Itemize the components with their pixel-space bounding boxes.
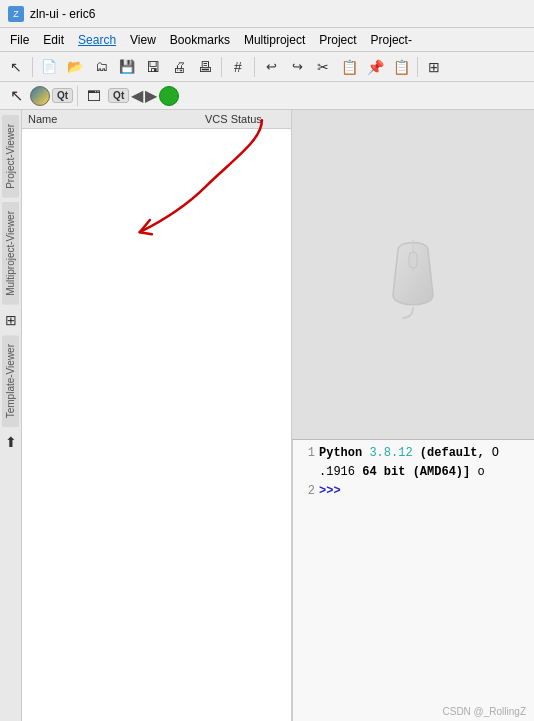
mouse-icon [378, 230, 448, 320]
menu-bar: File Edit Search View Bookmarks Multipro… [0, 28, 534, 52]
next-btn[interactable]: ▶ [145, 86, 157, 105]
left-sidebar: Project-Viewer Multiproject-Viewer ⊞ Tem… [0, 110, 22, 721]
svg-rect-1 [409, 252, 417, 268]
upload-btn[interactable]: ⬆ [0, 430, 23, 454]
menu-search[interactable]: Search [72, 31, 122, 49]
menu-file[interactable]: File [4, 31, 35, 49]
sidebar-tab-project-viewer[interactable]: Project-Viewer [2, 115, 19, 198]
copy-btn[interactable]: 📋 [337, 55, 361, 79]
terminal-text-1: Python 3.8.12 (default, O [319, 444, 528, 463]
secondary-toolbar: ↖ Qt 🗔 Qt ◀ ▶ [0, 82, 534, 110]
menu-project[interactable]: Project [313, 31, 362, 49]
main-layout: Project-Viewer Multiproject-Viewer ⊞ Tem… [0, 110, 534, 721]
grid-icon-left[interactable]: ⊞ [0, 308, 23, 332]
project-viewer-panel: Name VCS Status [22, 110, 292, 721]
main-toolbar: ↖ 📄 📂 🗂 💾 🖫 🖨 🖶 # ↩ ↪ ✂ 📋 📌 📋 ⊞ [0, 52, 534, 82]
qt-btn2[interactable]: Qt [108, 88, 129, 103]
sep5 [77, 86, 78, 106]
python-btn[interactable] [30, 86, 50, 106]
menu-project2[interactable]: Project- [365, 31, 418, 49]
project-viewer-content [22, 129, 291, 721]
menu-bookmarks[interactable]: Bookmarks [164, 31, 236, 49]
cursor-tool-btn[interactable]: ↖ [4, 55, 28, 79]
sidebar-tab-multiproject-viewer[interactable]: Multiproject-Viewer [2, 202, 19, 305]
open-btn[interactable]: 📂 [63, 55, 87, 79]
sidebar-tab-template-viewer[interactable]: Template-Viewer [2, 335, 19, 427]
sep2 [221, 57, 222, 77]
new-file-btn[interactable]: 📄 [37, 55, 61, 79]
menu-multiproject[interactable]: Multiproject [238, 31, 311, 49]
watermark: CSDN @_RollingZ [442, 706, 526, 717]
window-btn[interactable]: 🗔 [82, 84, 106, 108]
terminal-area: 1 Python 3.8.12 (default, O .1916 64 bit… [292, 440, 534, 721]
sep3 [254, 57, 255, 77]
grid-btn[interactable]: ⊞ [422, 55, 446, 79]
sep4 [417, 57, 418, 77]
title-bar: Z zln-ui - eric6 [0, 0, 534, 28]
redo-btn[interactable]: ↪ [285, 55, 309, 79]
editor-area [292, 110, 534, 440]
cut-btn[interactable]: ✂ [311, 55, 335, 79]
title-text: zln-ui - eric6 [30, 7, 95, 21]
right-panel: 1 Python 3.8.12 (default, O .1916 64 bit… [292, 110, 534, 721]
terminal-line-2: .1916 64 bit (AMD64)] o [299, 463, 528, 482]
line-num-1: 1 [299, 444, 315, 463]
menu-view[interactable]: View [124, 31, 162, 49]
sep1 [32, 57, 33, 77]
print-btn[interactable]: 🖨 [167, 55, 191, 79]
col-vcs-status: VCS Status [205, 113, 285, 125]
prev-btn[interactable]: ◀ [131, 86, 143, 105]
app-icon: Z [8, 6, 24, 22]
terminal-line-1: 1 Python 3.8.12 (default, O [299, 444, 528, 463]
qt-btn1[interactable]: Qt [52, 88, 73, 103]
terminal-text-2: .1916 64 bit (AMD64)] o [319, 463, 528, 482]
line-num-2: 2 [299, 482, 315, 501]
paste2-btn[interactable]: 📋 [389, 55, 413, 79]
hash-btn[interactable]: # [226, 55, 250, 79]
run-btn[interactable] [159, 86, 179, 106]
terminal-line-3: 2 >>> [299, 482, 528, 501]
save-btn[interactable]: 💾 [115, 55, 139, 79]
menu-edit[interactable]: Edit [37, 31, 70, 49]
project-viewer-header: Name VCS Status [22, 110, 291, 129]
open2-btn[interactable]: 🗂 [89, 55, 113, 79]
col-name: Name [28, 113, 197, 125]
pointer-btn[interactable]: ↖ [4, 84, 28, 108]
terminal-text-3: >>> [319, 482, 528, 501]
save-all-btn[interactable]: 🖫 [141, 55, 165, 79]
paste-btn[interactable]: 📌 [363, 55, 387, 79]
print2-btn[interactable]: 🖶 [193, 55, 217, 79]
line-num-cont [299, 463, 315, 482]
undo-btn[interactable]: ↩ [259, 55, 283, 79]
